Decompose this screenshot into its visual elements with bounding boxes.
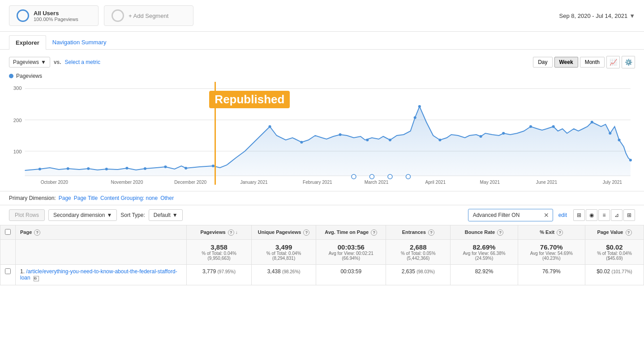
col-bounce-rate-label: Bounce Rate xyxy=(465,229,495,235)
page-help-icon[interactable]: ? xyxy=(34,229,40,236)
total-bounce-rate-sub: Avg for View: 66.38% (24.59%) xyxy=(455,251,513,261)
performance-view-icon[interactable]: ≡ xyxy=(598,209,610,221)
edit-link[interactable]: edit xyxy=(558,212,567,218)
svg-text:January 2021: January 2021 xyxy=(240,180,268,185)
comparison-view-icon[interactable]: ⊿ xyxy=(611,209,623,221)
svg-text:100: 100 xyxy=(13,149,22,154)
row-entrances-cell: 2,635 (98.03%) xyxy=(386,265,451,285)
data-table: Page ? Pageviews ? ↓ Unique Pageviews ? … xyxy=(0,225,644,285)
metric-select[interactable]: Pageviews ▼ xyxy=(9,57,50,68)
time-controls: Day Week Month 📈 ⚙️ xyxy=(533,56,635,68)
svg-text:May 2021: May 2021 xyxy=(480,180,500,185)
date-range-text: Sep 8, 2020 - Jul 14, 2021 xyxy=(559,13,628,19)
svg-point-28 xyxy=(591,121,593,123)
svg-point-14 xyxy=(185,167,187,170)
total-avg-time-cell: 00:03:56 Avg for View: 00:02:21 (66.94%) xyxy=(316,240,386,265)
row-page-link[interactable]: /article/everything-you-need-to-know-abo… xyxy=(20,268,177,281)
th-avg-time: Avg. Time on Page ? xyxy=(316,225,386,240)
primary-dimension-bar: Primary Dimension: Page Page Title Conte… xyxy=(0,191,644,205)
filter-box[interactable]: ✕ xyxy=(468,209,553,221)
row-avg-time-cell: 00:03:59 xyxy=(316,265,386,285)
select-all-checkbox[interactable] xyxy=(5,229,11,235)
date-range[interactable]: Sep 8, 2020 - Jul 14, 2021 ▼ xyxy=(559,13,635,19)
svg-point-25 xyxy=(502,132,505,135)
pd-label: Primary Dimension: xyxy=(9,195,56,201)
unique-pv-help-icon[interactable]: ? xyxy=(303,229,309,236)
week-button[interactable]: Week xyxy=(554,57,578,68)
add-segment-box[interactable]: + Add Segment xyxy=(104,5,193,26)
svg-point-16 xyxy=(268,125,271,128)
add-segment-circle-icon xyxy=(112,9,124,22)
exit-help-icon[interactable]: ? xyxy=(557,229,563,236)
svg-point-30 xyxy=(618,139,621,141)
pd-page-title-link[interactable]: Page Title xyxy=(74,195,98,201)
total-bounce-rate-cell: 82.69% Avg for View: 66.38% (24.59%) xyxy=(451,240,518,265)
svg-point-26 xyxy=(529,125,532,128)
svg-point-7 xyxy=(39,168,41,170)
row-entrances-pct: (98.03%) xyxy=(416,269,435,274)
tab-explorer[interactable]: Explorer xyxy=(9,35,46,50)
sort-select[interactable]: Default ▼ xyxy=(149,209,183,221)
day-button[interactable]: Day xyxy=(533,57,552,68)
scatter-chart-icon[interactable]: ⚙️ xyxy=(622,56,635,68)
total-entrances-sub: % of Total: 0.05% (5,442,366) xyxy=(391,251,446,261)
legend-label: Pageviews xyxy=(16,73,42,79)
filter-clear-icon[interactable]: ✕ xyxy=(540,209,553,221)
svg-point-23 xyxy=(438,139,441,141)
row-page-cell: 1. /article/everything-you-need-to-know-… xyxy=(16,265,187,285)
line-chart-icon[interactable]: 📈 xyxy=(606,56,620,68)
sec-dim-arrow-icon: ▼ xyxy=(107,212,112,218)
table-row: 1. /article/everything-you-need-to-know-… xyxy=(0,265,644,285)
filter-input[interactable] xyxy=(468,210,540,220)
sort-label: Sort Type: xyxy=(120,212,145,218)
svg-text:June 2021: June 2021 xyxy=(536,180,558,185)
table-view-icon[interactable]: ⊞ xyxy=(573,209,585,221)
chart-legend: Pageviews xyxy=(9,73,635,79)
svg-point-10 xyxy=(105,168,108,170)
svg-point-22 xyxy=(418,105,421,108)
segment-circle-icon xyxy=(17,9,29,22)
row-page-value-pct: (101.77%) xyxy=(612,269,632,274)
pie-chart-icon[interactable]: ◉ xyxy=(586,209,597,221)
segment-sub: 100.00% Pageviews xyxy=(34,17,78,22)
row-page-value-value: $0.02 xyxy=(597,268,610,275)
entrances-help-icon[interactable]: ? xyxy=(428,229,434,236)
secondary-dimension-button[interactable]: Secondary dimension ▼ xyxy=(48,209,117,221)
bounce-rate-help-icon[interactable]: ? xyxy=(497,229,503,236)
svg-text:March 2021: March 2021 xyxy=(365,180,389,185)
copy-icon[interactable]: ⧉ xyxy=(34,276,39,281)
avg-time-help-icon[interactable]: ? xyxy=(371,229,377,236)
chart-section: Pageviews ▼ vs. Select a metric Day Week… xyxy=(0,50,644,191)
add-segment-label: + Add Segment xyxy=(129,13,168,19)
total-avg-time-value: 00:03:56 xyxy=(321,243,381,251)
col-pageviews-label: Pageviews xyxy=(200,229,225,235)
col-page-label: Page xyxy=(20,229,32,235)
pd-other[interactable]: Other xyxy=(160,195,174,201)
total-exit-pct-sub: Avg for View: 54.69% (40.23%) xyxy=(523,251,580,261)
svg-point-19 xyxy=(366,139,369,141)
svg-text:February 2021: February 2021 xyxy=(303,180,332,185)
page-value-help-icon[interactable]: ? xyxy=(626,229,632,236)
svg-point-9 xyxy=(87,167,90,170)
total-bounce-rate-value: 82.69% xyxy=(455,243,513,251)
col-page-value-label: Page Value xyxy=(597,229,623,235)
chart-svg: 300 200 100 xyxy=(9,82,635,185)
svg-point-11 xyxy=(125,167,128,170)
pd-content-grouping[interactable]: Content Grouping: none xyxy=(100,195,158,201)
date-range-arrow-icon: ▼ xyxy=(629,13,635,19)
pageviews-help-icon[interactable]: ? xyxy=(228,229,234,236)
total-page-cell xyxy=(16,240,187,265)
plot-rows-button[interactable]: Plot Rows xyxy=(9,209,45,221)
pivot-view-icon[interactable]: ⊞ xyxy=(623,209,635,221)
pd-page-link[interactable]: Page xyxy=(59,195,71,201)
row-page-value-cell: $0.02 (101.77%) xyxy=(585,265,644,285)
th-page-value: Page Value ? xyxy=(585,225,644,240)
sort-default-label: Default xyxy=(154,212,171,218)
col-entrances-label: Entrances xyxy=(402,229,426,235)
chart-wrapper: Republished 300 200 100 xyxy=(9,82,635,185)
select-metric-link[interactable]: Select a metric xyxy=(65,59,100,65)
row-checkbox[interactable] xyxy=(5,268,11,274)
segment-all-users[interactable]: All Users 100.00% Pageviews xyxy=(9,5,99,26)
month-button[interactable]: Month xyxy=(580,57,605,68)
tab-navigation-summary[interactable]: Navigation Summary xyxy=(46,35,113,49)
